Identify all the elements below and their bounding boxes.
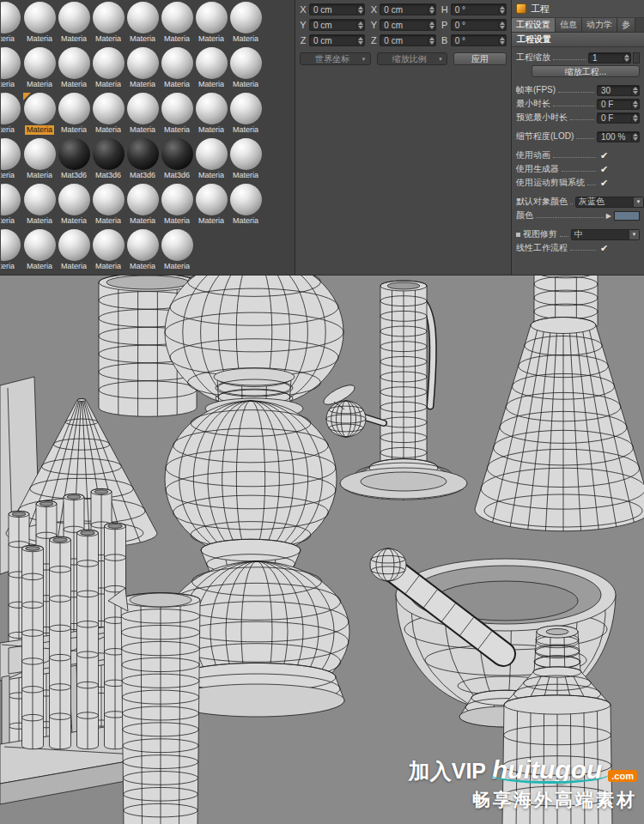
- material-item[interactable]: Mat3d6: [58, 138, 90, 180]
- material-item[interactable]: Materia: [23, 47, 56, 89]
- step-down-icon[interactable]: [429, 26, 434, 29]
- material-item[interactable]: Materia: [195, 184, 228, 226]
- material-item[interactable]: Mat3d6: [126, 138, 159, 180]
- step-up-icon[interactable]: [358, 37, 363, 40]
- clipped-unit-box[interactable]: [633, 52, 640, 64]
- material-item[interactable]: Materia: [126, 229, 159, 271]
- step-up-icon[interactable]: [633, 133, 638, 136]
- stepper-arrows-icon[interactable]: [356, 20, 364, 30]
- step-up-icon[interactable]: [633, 114, 638, 118]
- step-up-icon[interactable]: [358, 21, 363, 25]
- material-item[interactable]: Materia: [1, 138, 21, 180]
- material-item[interactable]: Materia: [23, 184, 56, 226]
- step-down-icon[interactable]: [358, 10, 363, 14]
- use-animation-checkbox[interactable]: ✔: [598, 150, 640, 161]
- lod-input[interactable]: 100 %: [597, 131, 640, 142]
- project-scale-input[interactable]: 1: [588, 52, 631, 64]
- coordinate-input[interactable]: 0 °: [451, 19, 507, 31]
- step-up-icon[interactable]: [358, 6, 363, 9]
- material-item[interactable]: Materia: [229, 2, 262, 44]
- material-item[interactable]: Materia: [92, 2, 125, 44]
- material-item[interactable]: Materia: [161, 47, 193, 89]
- material-item[interactable]: Materia: [229, 47, 262, 89]
- step-up-icon[interactable]: [500, 21, 505, 25]
- use-generators-checkbox[interactable]: ✔: [598, 164, 640, 175]
- stepper-arrows-icon[interactable]: [428, 20, 435, 30]
- step-down-icon[interactable]: [358, 41, 363, 45]
- coordinate-input[interactable]: 0 cm: [380, 3, 435, 15]
- material-item[interactable]: Materia: [58, 93, 90, 135]
- view-clipping-dropdown[interactable]: 中▼: [571, 229, 640, 240]
- material-item[interactable]: Mat3d6: [161, 138, 193, 180]
- step-down-icon[interactable]: [429, 10, 434, 14]
- material-item[interactable]: Materia: [229, 184, 262, 226]
- material-item[interactable]: Materia: [161, 2, 193, 44]
- material-item[interactable]: Materia: [126, 2, 159, 44]
- step-up-icon[interactable]: [429, 37, 434, 40]
- stepper-arrows-icon[interactable]: [356, 4, 364, 15]
- material-item[interactable]: Materia: [1, 47, 21, 89]
- stepper-arrows-icon[interactable]: [356, 35, 364, 45]
- material-item[interactable]: Materia: [1, 2, 21, 44]
- viewport[interactable]: 加入VIP huitugou .com 畅享海外高端素材: [0, 275, 644, 824]
- stepper-arrows-icon[interactable]: [631, 100, 639, 109]
- coordinate-input[interactable]: 0 cm: [309, 3, 365, 15]
- preview-min-time-input[interactable]: 0 F: [597, 112, 640, 124]
- fps-input[interactable]: 30: [597, 85, 640, 96]
- tab-info[interactable]: 信息: [556, 18, 582, 32]
- material-item[interactable]: Materia: [229, 138, 262, 180]
- step-up-icon[interactable]: [429, 21, 434, 25]
- material-item[interactable]: Materia: [195, 47, 228, 89]
- stepper-arrows-icon[interactable]: [428, 35, 435, 45]
- step-down-icon[interactable]: [633, 137, 638, 141]
- coordinate-input[interactable]: 0 cm: [309, 19, 365, 31]
- material-item[interactable]: Materia: [23, 138, 56, 180]
- stepper-arrows-icon[interactable]: [428, 4, 435, 15]
- coordinate-input[interactable]: 0 cm: [309, 34, 365, 46]
- step-up-icon[interactable]: [633, 100, 638, 104]
- material-item[interactable]: Materia: [195, 138, 228, 180]
- min-time-input[interactable]: 0 F: [597, 99, 640, 110]
- stepper-arrows-icon[interactable]: [631, 132, 639, 142]
- material-item[interactable]: Materia: [229, 93, 262, 135]
- use-motion-system-checkbox[interactable]: ✔: [598, 178, 640, 189]
- material-item[interactable]: Materia: [1, 184, 21, 226]
- coordinate-system-dropdown[interactable]: 世界坐标▼: [300, 52, 371, 65]
- step-up-icon[interactable]: [429, 6, 434, 9]
- material-item[interactable]: Materia: [92, 47, 125, 89]
- material-item[interactable]: Materia: [92, 229, 125, 271]
- linear-workflow-checkbox[interactable]: ✔: [598, 243, 640, 254]
- step-down-icon[interactable]: [429, 41, 434, 45]
- material-item[interactable]: Materia: [126, 93, 159, 135]
- material-item[interactable]: Materia: [58, 229, 90, 271]
- material-item[interactable]: Materia: [1, 93, 21, 135]
- material-item[interactable]: Mat3d6: [92, 138, 125, 180]
- material-item[interactable]: Materia: [58, 47, 90, 89]
- coordinate-input[interactable]: 0 °: [451, 3, 507, 15]
- step-down-icon[interactable]: [500, 10, 505, 14]
- default-object-color-dropdown[interactable]: 灰蓝色▼: [575, 197, 644, 208]
- stepper-arrows-icon[interactable]: [631, 113, 639, 123]
- material-item[interactable]: Materia: [161, 93, 193, 135]
- step-down-icon[interactable]: [500, 41, 505, 45]
- material-item[interactable]: Materia: [1, 229, 21, 271]
- coordinate-input[interactable]: 0 °: [451, 34, 507, 46]
- step-down-icon[interactable]: [624, 58, 629, 62]
- step-up-icon[interactable]: [500, 37, 505, 40]
- coordinate-input[interactable]: 0 cm: [380, 19, 435, 31]
- stepper-arrows-icon[interactable]: [631, 86, 639, 95]
- material-item[interactable]: Materia: [161, 229, 193, 271]
- step-up-icon[interactable]: [633, 87, 638, 90]
- stepper-arrows-icon[interactable]: [498, 20, 506, 30]
- coordinate-input[interactable]: 0 cm: [380, 34, 435, 46]
- step-up-icon[interactable]: [624, 54, 629, 58]
- tab-project-settings[interactable]: 工程设置: [512, 18, 556, 32]
- material-item[interactable]: Materia: [58, 2, 90, 44]
- material-item[interactable]: Materia: [23, 2, 56, 44]
- material-item[interactable]: Materia: [195, 2, 228, 44]
- scale-mode-dropdown[interactable]: 缩放比例▼: [377, 52, 448, 65]
- scale-project-button[interactable]: 缩放工程...: [532, 65, 640, 77]
- material-item[interactable]: Materia: [126, 184, 159, 226]
- material-item[interactable]: Materia: [161, 184, 193, 226]
- tab-reference[interactable]: 参: [617, 18, 635, 32]
